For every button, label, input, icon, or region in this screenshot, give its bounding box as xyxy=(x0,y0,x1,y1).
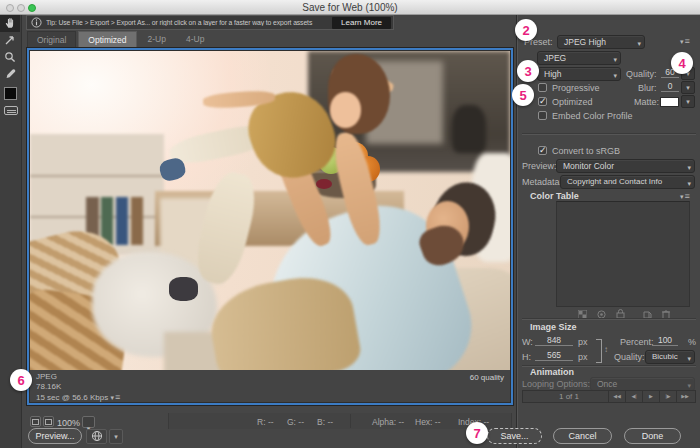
play-button: ▶ xyxy=(642,391,659,402)
color-table-menu-icon[interactable] xyxy=(680,191,690,201)
color-table-area[interactable] xyxy=(556,201,690,307)
playback-controls: ◀◀ ◀| ▶ |▶ ▶▶ xyxy=(608,391,693,402)
annotation-circle-3: 3 xyxy=(517,60,539,82)
tip-bar: Tip: Use File > Export > Export As... or… xyxy=(26,15,394,30)
save-button[interactable]: Save... xyxy=(487,428,542,444)
minimize-window-button[interactable] xyxy=(17,4,25,12)
eyedropper-tool-button[interactable] xyxy=(0,66,20,83)
section-divider xyxy=(522,318,696,320)
status-file-size: 78.16K xyxy=(36,382,61,391)
status-download-time[interactable]: 15 sec @ 56.6 Kbps xyxy=(36,392,120,402)
color-table-header: Color Table xyxy=(530,191,579,201)
save-for-web-dialog: Save for Web (100%) xyxy=(0,0,700,448)
tab-original[interactable]: Original xyxy=(27,31,76,48)
browser-select-button[interactable] xyxy=(86,429,107,444)
resample-quality-dropdown[interactable]: Bicubic xyxy=(645,350,695,364)
resample-quality-label: Quality: xyxy=(614,352,645,362)
preview-status-bar: JPEG 78.16K 15 sec @ 56.6 Kbps 60 qualit… xyxy=(30,370,510,402)
constrain-proportions-icon[interactable]: ↕ xyxy=(604,345,608,354)
height-field[interactable]: 565 xyxy=(535,350,573,361)
done-button[interactable]: Done xyxy=(624,428,681,444)
looping-options-label: Looping Options: xyxy=(522,379,590,389)
zoom-level-dropdown-button[interactable] xyxy=(82,416,95,428)
previous-frame-button: ◀| xyxy=(625,391,642,402)
optimized-checkbox[interactable] xyxy=(538,97,547,106)
progressive-label[interactable]: Progressive xyxy=(552,83,600,93)
metadata-label: Metadata: xyxy=(522,177,562,187)
animation-frame-bar: 1 of 1 ◀◀ ◀| ▶ |▶ ▶▶ xyxy=(522,390,696,403)
close-window-button[interactable] xyxy=(6,4,14,12)
eyedropper-color-swatch[interactable] xyxy=(4,87,17,100)
readout-divider xyxy=(350,414,351,428)
toggle-slices-visibility-button[interactable] xyxy=(4,106,18,115)
annotation-circle-6: 6 xyxy=(10,369,32,391)
width-field[interactable]: 848 xyxy=(535,335,573,346)
convert-srgb-label[interactable]: Convert to sRGB xyxy=(552,146,620,156)
zoom-tool-button[interactable] xyxy=(0,49,20,66)
blur-label: Blur: xyxy=(638,83,657,93)
blur-slider-button[interactable] xyxy=(681,81,695,94)
matte-dropdown-button[interactable] xyxy=(681,95,695,108)
status-menu-icon[interactable] xyxy=(110,393,120,402)
blur-value-field[interactable]: 0 xyxy=(661,81,679,92)
slice-select-tool-button[interactable] xyxy=(0,32,20,49)
photo-shape xyxy=(169,277,198,301)
embed-color-profile-checkbox[interactable] xyxy=(538,111,547,120)
tab-optimized[interactable]: Optimized xyxy=(78,31,136,48)
cancel-button[interactable]: Cancel xyxy=(553,428,612,444)
hand-icon xyxy=(4,15,17,33)
optimize-menu-icon[interactable] xyxy=(680,36,690,46)
optimized-preview-image[interactable] xyxy=(30,51,510,370)
height-unit: px xyxy=(578,352,588,362)
preset-dropdown[interactable]: JPEG High xyxy=(557,35,645,49)
height-label: H: xyxy=(522,352,531,362)
hand-tool-button[interactable] xyxy=(0,15,20,32)
browser-list-dropdown-button[interactable] xyxy=(109,429,123,444)
window-title: Save for Web (100%) xyxy=(0,0,700,15)
convert-srgb-checkbox[interactable] xyxy=(538,146,547,155)
first-frame-button: ◀◀ xyxy=(608,391,625,402)
globe-icon xyxy=(91,428,103,446)
tab-2-up[interactable]: 2-Up xyxy=(139,31,175,48)
format-dropdown[interactable]: JPEG xyxy=(537,51,621,65)
compression-dropdown[interactable]: High xyxy=(537,67,621,81)
tip-text: Tip: Use File > Export > Export As... or… xyxy=(46,19,332,26)
zoom-out-button[interactable] xyxy=(30,416,41,427)
photo-shape xyxy=(330,92,361,127)
photo-shape xyxy=(452,105,486,153)
optimized-label[interactable]: Optimized xyxy=(552,97,593,107)
title-bar: Save for Web (100%) xyxy=(0,0,700,15)
preview-mode-label: Preview: xyxy=(522,161,557,171)
animation-header: Animation xyxy=(530,367,574,377)
learn-more-button[interactable]: Learn More xyxy=(332,17,391,29)
readout-alpha: Alpha: -- xyxy=(372,417,404,427)
next-frame-button: |▶ xyxy=(659,391,676,402)
photo-shape xyxy=(316,179,332,189)
percent-label: Percent: xyxy=(620,337,654,347)
width-label: W: xyxy=(522,337,533,347)
zoom-window-button[interactable] xyxy=(28,4,36,12)
percent-unit: % xyxy=(688,337,696,347)
annotation-circle-4: 4 xyxy=(671,52,693,74)
annotation-circle-2: 2 xyxy=(515,19,537,41)
section-divider xyxy=(522,133,696,135)
frame-counter: 1 of 1 xyxy=(559,392,608,401)
last-frame-button: ▶▶ xyxy=(676,391,693,402)
image-size-header: Image Size xyxy=(530,322,577,332)
readout-r: R: -- xyxy=(257,417,274,427)
zoom-level-value[interactable]: 100% xyxy=(57,418,80,428)
tab-4-up[interactable]: 4-Up xyxy=(177,31,213,48)
progressive-checkbox[interactable] xyxy=(538,83,547,92)
eyedropper-icon xyxy=(4,66,16,84)
magnifier-icon xyxy=(4,49,16,67)
matte-color-swatch[interactable] xyxy=(660,97,679,107)
preview-in-browser-button[interactable]: Preview... xyxy=(28,428,82,444)
matte-label: Matte: xyxy=(634,97,659,107)
info-icon xyxy=(31,14,42,32)
percent-field[interactable]: 100 xyxy=(652,335,678,346)
readout-g: G: -- xyxy=(287,417,304,427)
zoom-in-button[interactable] xyxy=(43,416,54,427)
metadata-dropdown[interactable]: Copyright and Contact Info xyxy=(560,175,695,189)
preview-mode-dropdown[interactable]: Monitor Color xyxy=(556,159,695,173)
embed-color-profile-label[interactable]: Embed Color Profile xyxy=(552,111,633,121)
